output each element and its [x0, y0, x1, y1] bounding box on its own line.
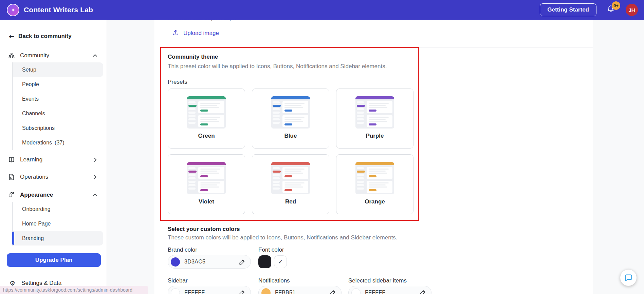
- sidebar: ← Back to community Community Setup Peop…: [0, 20, 107, 294]
- font-color-swatch[interactable]: [258, 255, 271, 268]
- sidebar-item-moderations[interactable]: Moderations (37): [13, 135, 107, 150]
- brand-color-field[interactable]: 3D3AC5: [168, 255, 251, 269]
- panel-right-border: [593, 20, 593, 294]
- theme-preview-thumbnail: [187, 162, 226, 194]
- check-icon: ✓: [278, 258, 283, 265]
- sparkle-icon: [10, 7, 16, 13]
- link-status-url: https://community.taskforgood.com/settin…: [0, 286, 148, 294]
- selected-sidebar-items-color-label: Selected sidebar items: [348, 277, 407, 284]
- chevron-right-icon: [92, 157, 98, 162]
- theme-preview-thumbnail: [355, 162, 394, 194]
- sidebar-group-label: Appearance: [20, 192, 53, 198]
- theme-preset-grid: Green Blue: [168, 89, 413, 214]
- sidebar-item-subscriptions[interactable]: Subscriptions: [13, 121, 107, 135]
- sidebar-item-setup[interactable]: Setup: [13, 62, 103, 77]
- upload-image-link[interactable]: Upload image: [172, 29, 219, 37]
- sidebar-item-home-page[interactable]: Home Page: [13, 216, 107, 231]
- settings-and-data-label: Settings & Data: [21, 280, 61, 287]
- sidebar-item-label: Events: [22, 96, 39, 102]
- chevron-up-icon: [92, 192, 98, 198]
- chat-bubble-icon: [624, 273, 633, 282]
- preset-card-red[interactable]: Red: [252, 154, 329, 214]
- sidebar-item-label: Onboarding: [22, 206, 51, 212]
- app-window: Minimum size 32px x 32px Upload image Co…: [0, 0, 644, 294]
- avatar[interactable]: JH: [626, 4, 638, 16]
- sidebar-item-channels[interactable]: Channels: [13, 106, 107, 121]
- panel-left-border: [155, 20, 155, 294]
- sidebar-item-label: Channels: [22, 111, 45, 117]
- sidebar-group-label: Operations: [20, 174, 48, 180]
- chevron-right-icon: [92, 174, 98, 180]
- sidebar-item-branding[interactable]: Branding: [13, 231, 103, 246]
- preset-label: Blue: [284, 133, 297, 139]
- chat-launcher-button[interactable]: [620, 270, 637, 286]
- chevron-up-icon: [92, 53, 98, 58]
- upload-icon: [172, 29, 180, 37]
- preset-card-orange[interactable]: Orange: [336, 154, 413, 214]
- back-to-community-link[interactable]: ← Back to community: [9, 33, 107, 40]
- theme-preview-thumbnail: [187, 96, 226, 129]
- sidebar-group-learning[interactable]: Learning: [0, 153, 107, 166]
- appearance-icon: [8, 191, 15, 199]
- preset-card-green[interactable]: Green: [168, 89, 245, 149]
- selected-sidebar-items-color-field[interactable]: FFFFFF: [348, 286, 431, 294]
- sidebar-group-label: Community: [20, 52, 49, 59]
- notifications-color-field[interactable]: FFBB51: [258, 286, 342, 294]
- custom-colors-description: These custom colors will be applied to I…: [168, 234, 398, 241]
- theme-preview-thumbnail: [271, 96, 310, 129]
- sidebar-item-label: Branding: [22, 235, 44, 241]
- sidebar-color-swatch: [171, 288, 180, 294]
- divider: [419, 47, 593, 47]
- brand-color-swatch: [171, 257, 180, 267]
- sidebar-group-operations[interactable]: Operations: [0, 170, 107, 184]
- sidebar-color-label: Sidebar: [168, 277, 188, 284]
- sidebar-item-people[interactable]: People: [13, 77, 107, 92]
- left-gutter: [107, 20, 154, 294]
- community-theme-description: This preset color will be applied to Ico…: [168, 63, 387, 70]
- preset-card-blue[interactable]: Blue: [252, 89, 329, 149]
- top-bar: Content Writers Lab Getting Started 9+ J…: [0, 0, 644, 20]
- sidebar-item-label: Setup: [22, 67, 36, 73]
- getting-started-button[interactable]: Getting Started: [540, 3, 596, 16]
- gear-icon: ⚙: [10, 280, 15, 287]
- brand-color-value: 3D3AC5: [184, 259, 205, 265]
- learning-icon: [8, 156, 15, 163]
- font-color-label: Font color: [258, 247, 284, 253]
- community-submenu: Setup People Events Channels Subscriptio…: [12, 62, 107, 150]
- community-icon: [8, 52, 15, 59]
- preset-card-purple[interactable]: Purple: [336, 89, 413, 149]
- preset-label: Red: [285, 198, 296, 205]
- community-title: Content Writers Lab: [24, 6, 93, 14]
- font-color-confirm-button[interactable]: ✓: [274, 255, 287, 268]
- preset-card-violet[interactable]: Violet: [168, 154, 245, 214]
- appearance-submenu: Onboarding Home Page Branding: [12, 202, 107, 246]
- operations-icon: [8, 173, 15, 181]
- notifications-color-swatch: [261, 288, 271, 294]
- sidebar-group-appearance[interactable]: Appearance: [0, 188, 107, 202]
- back-to-community-label: Back to community: [18, 33, 72, 40]
- sidebar-group-label: Learning: [20, 156, 42, 163]
- edit-pencil-icon[interactable]: [239, 289, 246, 294]
- notifications-color-label: Notifications: [258, 277, 290, 284]
- sidebar-item-onboarding[interactable]: Onboarding: [13, 202, 107, 216]
- upgrade-plan-button[interactable]: Upgrade Plan: [7, 253, 101, 267]
- back-arrow-icon: ←: [9, 33, 14, 40]
- community-theme-title: Community theme: [168, 54, 218, 60]
- notifications-button[interactable]: 9+: [606, 4, 616, 16]
- sidebar-item-label: Home Page: [22, 221, 51, 227]
- preset-label: Violet: [199, 198, 214, 205]
- preset-label: Purple: [366, 133, 384, 139]
- divider: [0, 273, 107, 273]
- sidebar-group-community[interactable]: Community: [0, 49, 107, 62]
- edit-pencil-icon[interactable]: [419, 289, 426, 294]
- upload-image-label: Upload image: [183, 30, 219, 37]
- edit-pencil-icon[interactable]: [329, 289, 336, 294]
- sidebar-item-label: Subscriptions: [22, 125, 55, 131]
- theme-preview-thumbnail: [271, 162, 310, 194]
- moderations-count-badge: (37): [55, 140, 64, 146]
- sidebar-color-field[interactable]: FFFFFF: [168, 286, 251, 294]
- sidebar-color-value: FFFFFF: [184, 290, 205, 294]
- selected-sidebar-items-color-value: FFFFFF: [365, 290, 385, 294]
- sidebar-item-events[interactable]: Events: [13, 92, 107, 106]
- edit-pencil-icon[interactable]: [239, 258, 246, 266]
